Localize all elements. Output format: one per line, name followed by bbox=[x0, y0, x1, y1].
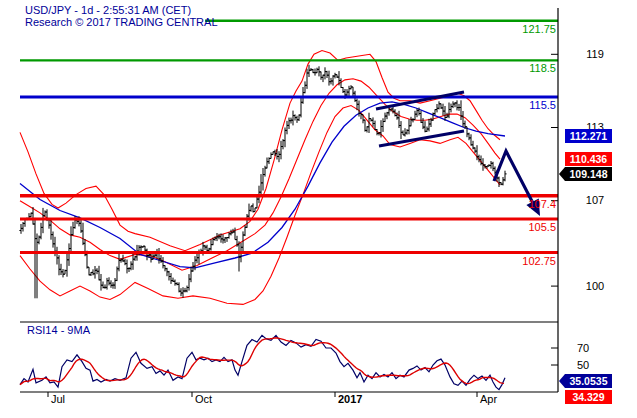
trendline-lower bbox=[379, 131, 464, 146]
bollinger-mid-band bbox=[20, 79, 500, 271]
level-label-102-75: 102.75 bbox=[476, 255, 556, 267]
price-tick-107: 107 bbox=[575, 194, 615, 206]
level-label-107-4: 107.4 bbox=[476, 198, 556, 210]
badge-pointer bbox=[559, 167, 565, 181]
badge-rsi-value: 35.0535 bbox=[565, 374, 612, 388]
chart-watermark: Research © 2017 TRADING CENTRAL bbox=[25, 16, 218, 28]
chart-title: USD/JPY - 1d - 2:55:31 AM (CET) bbox=[25, 4, 191, 16]
level-label-121-75: 121.75 bbox=[476, 23, 556, 35]
badge-last-price: 109.148 bbox=[565, 167, 612, 181]
badge-red-ma-value: 110.436 bbox=[565, 152, 612, 166]
badge-blue-ma-value: 112.271 bbox=[565, 129, 612, 143]
rsi-line bbox=[20, 335, 505, 389]
level-label-105-5: 105.5 bbox=[476, 221, 556, 233]
level-label-115-5: 115.5 bbox=[476, 99, 556, 111]
price-tick-119: 119 bbox=[575, 48, 615, 60]
badge-rsi-ma-value: 34.329 bbox=[565, 390, 612, 404]
badge-pointer bbox=[559, 374, 565, 388]
time-label-oct: Oct bbox=[195, 393, 212, 405]
rsi-tick-70: 70 bbox=[563, 342, 603, 354]
level-label-118-5: 118.5 bbox=[476, 62, 556, 74]
rsi-tick-50: 50 bbox=[563, 359, 603, 371]
rsi-panel-label: RSI14 - 9MA bbox=[27, 324, 90, 336]
trading-chart: USD/JPY - 1d - 2:55:31 AM (CET) Research… bbox=[0, 0, 637, 418]
time-label-apr: Apr bbox=[480, 393, 497, 405]
time-label-2017: 2017 bbox=[338, 393, 362, 405]
time-label-jul: Jul bbox=[51, 393, 65, 405]
price-tick-100: 100 bbox=[575, 280, 615, 292]
bollinger-upper-band bbox=[20, 51, 500, 251]
